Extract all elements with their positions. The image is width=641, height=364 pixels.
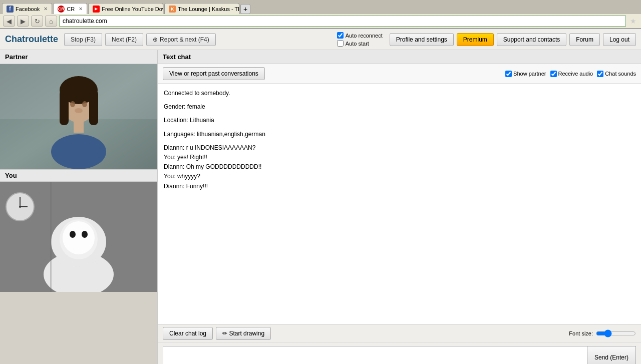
receive-audio-checkbox[interactable] bbox=[550, 71, 557, 77]
premium-button[interactable]: Premium bbox=[457, 33, 494, 46]
new-tab-button[interactable]: + bbox=[240, 4, 250, 14]
show-partner-label: Show partner bbox=[513, 71, 546, 77]
logout-button[interactable]: Log out bbox=[603, 33, 636, 46]
app-logo: Chatroulette bbox=[5, 34, 58, 45]
youtube-favicon: ▶ bbox=[93, 6, 100, 13]
report-next-button[interactable]: ⊕ Report & next (F4) bbox=[146, 33, 216, 46]
auto-start-checkbox[interactable] bbox=[337, 40, 344, 47]
receive-audio-option: Receive audio bbox=[550, 71, 593, 77]
chat-message: Location: Lithuania bbox=[164, 116, 635, 125]
chat-message bbox=[164, 126, 635, 130]
you-label: You bbox=[0, 169, 157, 182]
svg-point-7 bbox=[51, 134, 106, 169]
chat-message: Diannn: r u INDONESIAAAAAAN? bbox=[164, 143, 635, 153]
address-input[interactable]: chatroulette.com bbox=[59, 16, 626, 27]
kaskus-favicon: K bbox=[169, 6, 176, 13]
chat-message: Diannn: Funny!!! bbox=[164, 182, 635, 191]
chat-input[interactable] bbox=[163, 346, 587, 364]
auto-start-row: Auto start bbox=[337, 40, 383, 47]
tab-youtube[interactable]: ▶ Free Online YouTube Dow... ✕ bbox=[88, 3, 163, 14]
chat-message: Connected to somebody. bbox=[164, 89, 635, 98]
profile-settings-button[interactable]: Profile and settings bbox=[390, 33, 454, 46]
report-icon: ⊕ bbox=[153, 36, 158, 43]
svg-rect-5 bbox=[60, 90, 69, 125]
chat-title: Text chat bbox=[163, 53, 191, 61]
font-size-row: Font size: bbox=[569, 329, 636, 337]
report-label: Report & next (F4) bbox=[160, 36, 209, 43]
drawing-icon: ✏ bbox=[222, 330, 227, 337]
tab-lounge[interactable]: K The Lounge | Kaskus - Th... ✕ bbox=[164, 3, 239, 14]
you-video-feed bbox=[0, 182, 157, 292]
chat-actions: Clear chat log ✏ Start drawing Font size… bbox=[158, 324, 641, 343]
chat-message bbox=[164, 112, 635, 116]
svg-rect-6 bbox=[89, 90, 98, 125]
address-bar-row: ◀ ▶ ↻ ⌂ chatroulette.com ★ bbox=[0, 14, 641, 29]
chat-message: Diannn: Oh my GODDDDDDDDDD!! bbox=[164, 162, 635, 172]
chat-message: You: whyyyy? bbox=[164, 172, 635, 181]
tab-bar: f Facebook ✕ CR CR ✕ ▶ Free Online YouTu… bbox=[0, 0, 641, 14]
chat-message: Languages: lithuanian,english,german bbox=[164, 130, 635, 139]
home-button[interactable]: ⌂ bbox=[45, 16, 57, 27]
tab-facebook-label: Facebook bbox=[16, 6, 40, 12]
auto-reconnect-checkbox[interactable] bbox=[337, 32, 344, 39]
font-size-slider[interactable] bbox=[596, 329, 636, 337]
bookmark-button[interactable]: ★ bbox=[628, 16, 638, 27]
tab-facebook-close[interactable]: ✕ bbox=[44, 6, 48, 12]
svg-rect-24 bbox=[50, 182, 52, 292]
svg-point-22 bbox=[70, 231, 76, 238]
facebook-favicon: f bbox=[7, 6, 14, 13]
tab-cr-label: CR bbox=[67, 6, 75, 12]
chat-sounds-checkbox[interactable] bbox=[597, 71, 603, 77]
svg-rect-8 bbox=[74, 120, 84, 133]
back-button[interactable]: ◀ bbox=[3, 16, 15, 27]
forum-button[interactable]: Forum bbox=[569, 33, 600, 46]
you-video bbox=[0, 182, 157, 292]
tab-cr-close[interactable]: ✕ bbox=[79, 6, 83, 12]
chat-bottom: Clear chat log ✏ Start drawing Font size… bbox=[158, 324, 641, 364]
clear-chat-log-button[interactable]: Clear chat log bbox=[163, 327, 213, 340]
toolbar-checkboxes: Auto reconnect Auto start bbox=[337, 32, 383, 47]
refresh-button[interactable]: ↻ bbox=[31, 16, 43, 27]
tab-youtube-label: Free Online YouTube Dow... bbox=[102, 6, 163, 12]
receive-audio-label: Receive audio bbox=[558, 71, 593, 77]
tab-facebook[interactable]: f Facebook ✕ bbox=[2, 3, 52, 14]
you-text: You bbox=[5, 172, 17, 179]
auto-start-label: Auto start bbox=[346, 41, 369, 47]
chat-header: Text chat bbox=[158, 50, 641, 64]
svg-point-21 bbox=[63, 221, 95, 254]
support-contacts-button[interactable]: Support and contacts bbox=[497, 33, 566, 46]
svg-point-10 bbox=[82, 101, 87, 107]
chat-controls-top: View or report past conversations Show p… bbox=[158, 64, 641, 84]
cr-favicon: CR bbox=[58, 6, 65, 13]
show-partner-option: Show partner bbox=[505, 71, 546, 77]
chat-sounds-option: Chat sounds bbox=[597, 71, 636, 77]
main-content: Partner bbox=[0, 50, 641, 364]
chat-message: You: yes! Right!! bbox=[164, 153, 635, 162]
start-drawing-label: Start drawing bbox=[229, 330, 264, 337]
tab-cr[interactable]: CR CR ✕ bbox=[53, 3, 87, 14]
stop-button[interactable]: Stop (F3) bbox=[64, 33, 102, 46]
chat-actions-left: Clear chat log ✏ Start drawing bbox=[163, 327, 271, 340]
next-button[interactable]: Next (F2) bbox=[105, 33, 143, 46]
right-panel: Text chat View or report past conversati… bbox=[158, 50, 641, 364]
svg-point-23 bbox=[82, 231, 88, 238]
svg-point-9 bbox=[70, 101, 75, 107]
chat-message bbox=[164, 98, 635, 102]
send-button[interactable]: Send (Enter) bbox=[587, 346, 636, 364]
left-panel: Partner bbox=[0, 50, 158, 364]
chat-message: Gender: female bbox=[164, 102, 635, 112]
address-text: chatroulette.com bbox=[63, 18, 107, 25]
font-size-label: Font size: bbox=[569, 330, 593, 336]
start-drawing-button[interactable]: ✏ Start drawing bbox=[216, 327, 271, 340]
show-partner-checkbox[interactable] bbox=[505, 71, 512, 77]
partner-label: Partner bbox=[5, 53, 28, 61]
forward-button[interactable]: ▶ bbox=[17, 16, 29, 27]
chat-messages: Connected to somebody.Gender: femaleLoca… bbox=[158, 84, 641, 324]
auto-reconnect-row: Auto reconnect bbox=[337, 32, 383, 39]
chat-message bbox=[164, 139, 635, 143]
auto-reconnect-label: Auto reconnect bbox=[346, 33, 383, 39]
chat-options: Show partner Receive audio Chat sounds bbox=[505, 71, 636, 77]
browser-chrome: f Facebook ✕ CR CR ✕ ▶ Free Online YouTu… bbox=[0, 0, 641, 29]
chat-input-row: Send (Enter) bbox=[158, 343, 641, 364]
view-past-conversations-button[interactable]: View or report past conversations bbox=[163, 67, 265, 80]
